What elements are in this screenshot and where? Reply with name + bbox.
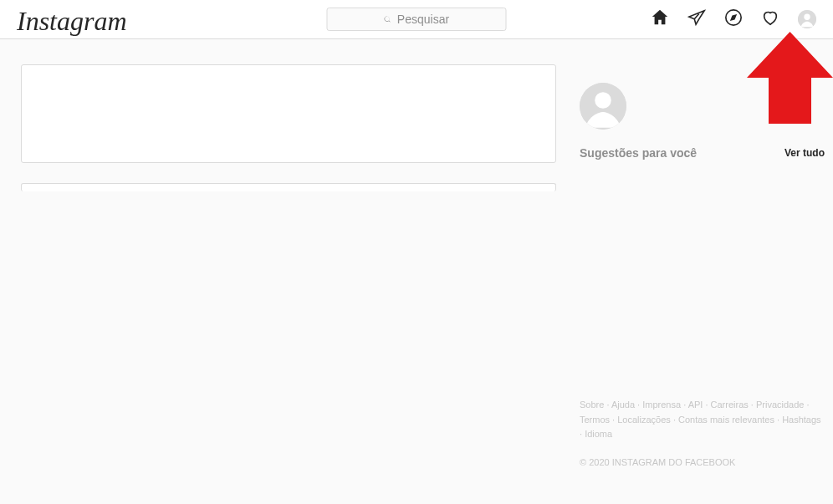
search-placeholder: Pesquisar: [397, 13, 449, 26]
top-navigation-bar: Instagram Pesquisar: [0, 0, 833, 39]
footer-link[interactable]: API: [688, 400, 703, 410]
footer-link[interactable]: Imprensa: [642, 400, 681, 410]
nav-icons: [651, 8, 816, 30]
post-card[interactable]: [21, 183, 556, 191]
suggestions-title: Sugestões para você: [580, 146, 697, 160]
footer-link[interactable]: Ajuda: [611, 400, 635, 410]
profile-avatar[interactable]: [580, 83, 626, 130]
profile-avatar-nav[interactable]: [798, 10, 816, 28]
direct-messages-icon[interactable]: [687, 8, 706, 30]
feed-column: [21, 64, 556, 470]
footer-link[interactable]: Sobre: [580, 400, 604, 410]
footer-links: Sobre · Ajuda · Imprensa · API · Carreir…: [580, 398, 825, 442]
instagram-logo[interactable]: Instagram: [17, 6, 127, 37]
footer-link[interactable]: Privacidade: [756, 400, 804, 410]
copyright: © 2020 INSTAGRAM DO FACEBOOK: [580, 456, 825, 471]
svg-point-4: [595, 92, 611, 109]
see-all-link[interactable]: Ver tudo: [784, 147, 825, 159]
footer-link[interactable]: Hashtags: [782, 415, 820, 425]
stories-card[interactable]: [21, 64, 556, 163]
activity-heart-icon[interactable]: [761, 8, 779, 30]
svg-point-2: [804, 14, 810, 20]
main-content: Sugestões para você Ver tudo Sobre · Aju…: [0, 39, 833, 470]
footer-link[interactable]: Termos: [580, 415, 610, 425]
footer-link[interactable]: Contas mais relevantes: [678, 415, 774, 425]
home-icon[interactable]: [651, 8, 669, 30]
suggestions-header: Sugestões para você Ver tudo: [580, 146, 825, 160]
footer-link[interactable]: Localizações: [617, 415, 671, 425]
search-input[interactable]: Pesquisar: [327, 8, 507, 31]
footer-link[interactable]: Idioma: [585, 429, 612, 439]
explore-icon[interactable]: [724, 8, 743, 30]
footer-link[interactable]: Carreiras: [711, 400, 749, 410]
right-sidebar: Sugestões para você Ver tudo Sobre · Aju…: [580, 64, 825, 470]
search-icon: [384, 15, 392, 23]
profile-row[interactable]: [580, 83, 825, 130]
footer: Sobre · Ajuda · Imprensa · API · Carreir…: [580, 398, 825, 470]
